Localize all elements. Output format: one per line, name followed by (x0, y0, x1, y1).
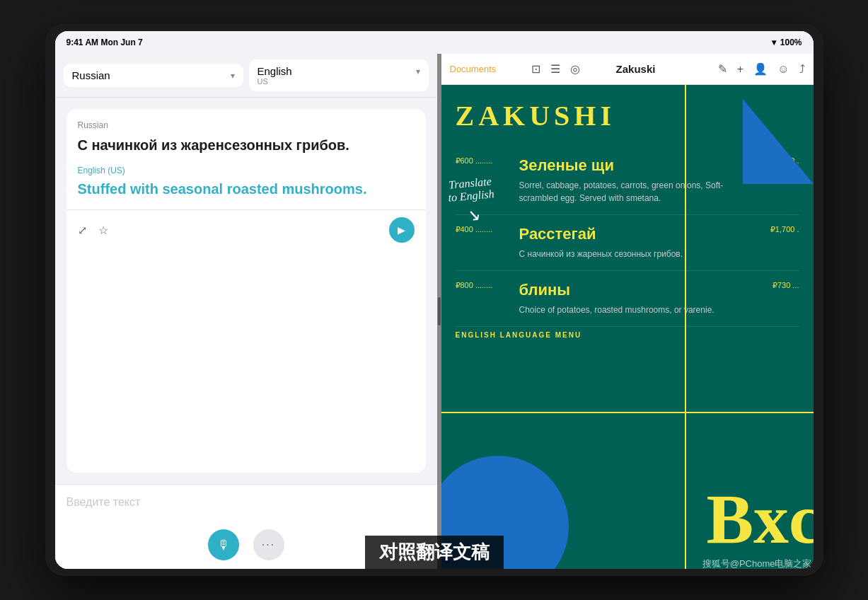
source-lang-label: Russian (72, 69, 110, 81)
list-icon[interactable]: ☰ (550, 62, 560, 76)
item-name-3: блины (519, 281, 757, 299)
documents-link[interactable]: Documents (450, 64, 497, 74)
add-icon[interactable]: + (737, 63, 743, 76)
document-panel: Documents ⊡ ☰ ◎ Zakuski ✎ + 👤 (441, 54, 814, 569)
star-icon[interactable]: ☆ (98, 224, 108, 237)
document-toolbar: Documents ⊡ ☰ ◎ Zakuski ✎ + 👤 (441, 54, 814, 85)
play-button[interactable]: ▶ (389, 217, 415, 243)
item-info-3: блины Choice of potatoes, roasted mushro… (519, 281, 757, 316)
watermark: 搜狐号@PChome电脑之家 (702, 558, 812, 570)
price-left-3: ₽800 ........ (456, 281, 519, 316)
status-bar: 9:41 AM Mon Jun 7 ▾ 100% (55, 31, 814, 54)
translation-area: Russian С начинкой из жаренсезонных гриб… (55, 98, 437, 484)
english-menu-label: ENGLISH LANGUAGE MENU (456, 331, 799, 339)
menu-item: ₽400 ........ Расстегай С начинкой из жа… (456, 215, 799, 271)
item-info-2: Расстегай С начинкой из жареных сезонных… (519, 225, 757, 260)
yellow-vertical-line (685, 85, 686, 569)
person-icon[interactable]: 👤 (753, 62, 768, 76)
source-chevron-icon: ▾ (231, 71, 235, 81)
play-icon: ▶ (398, 224, 405, 236)
translation-card-actions: ⤢ ☆ ▶ (66, 209, 426, 250)
source-lang-selector[interactable]: Russian ▾ (64, 64, 243, 87)
wifi-icon: ▾ (772, 38, 776, 47)
target-chevron-icon: ▾ (416, 67, 420, 76)
translate-annotation: Translate to English ↘ (446, 175, 497, 226)
menu-content: ZAKUSHI Translate to English ↘ ₽600 ....… (441, 85, 814, 569)
blue-triangle-decoration (743, 99, 814, 184)
price-right-3: ₽730 ... (757, 281, 799, 316)
translated-lang-label: English (US) (78, 166, 415, 175)
menu-item: ₽800 ........ блины Choice of potatoes, … (456, 271, 799, 327)
divider-handle (438, 297, 441, 325)
item-desc-1: Sorrel, cabbage, potatoes, carrots, gree… (519, 179, 757, 204)
source-lang-small-label: Russian (78, 120, 415, 130)
source-text: С начинкой из жаренсезонных грибов. (78, 136, 415, 154)
source-card-body: Russian С начинкой из жаренсезонных гриб… (66, 109, 426, 209)
yellow-horizontal-line (441, 412, 814, 413)
translator-panel: Russian ▾ English ▾ US (55, 54, 437, 569)
toolbar-icons: ⊡ ☰ ◎ (531, 62, 580, 76)
panel-divider[interactable] (437, 54, 441, 569)
emoji-icon[interactable]: ☺ (777, 63, 789, 76)
export-icon[interactable]: ⤴ (799, 63, 805, 76)
translator-header: Russian ▾ English ▾ US (55, 54, 437, 98)
toolbar-icons-right: ✎ + 👤 ☺ ⤴ (718, 62, 805, 76)
translated-text: Stuffed with seasonal roasted mushrooms. (78, 180, 415, 198)
pencil-icon[interactable]: ✎ (718, 62, 727, 76)
item-name-1: Зеленые щи (519, 156, 757, 175)
caption-text: 对照翻译文稿 (365, 536, 504, 569)
target-lang-region: US (257, 77, 268, 86)
target-lang-selector[interactable]: English ▾ US (249, 59, 429, 91)
item-info-1: Зеленые щи Sorrel, cabbage, potatoes, ca… (519, 156, 757, 204)
status-right: ▾ 100% (772, 38, 802, 47)
price-left-2: ₽400 ........ (456, 225, 519, 260)
input-placeholder: Введите текст (66, 496, 426, 509)
status-time: 9:41 AM Mon Jun 7 (66, 38, 143, 47)
item-name-2: Расстегай (519, 225, 757, 243)
item-desc-2: С начинкой из жареных сезонных грибов. (519, 248, 757, 260)
translation-card: Russian С начинкой из жаренсезонных гриб… (66, 109, 426, 473)
item-desc-3: Choice of potatoes, roasted mushrooms, o… (519, 304, 757, 316)
battery-text: 100% (780, 38, 802, 47)
sidebar-icon[interactable]: ⊡ (531, 62, 540, 76)
target-lang-label: English (257, 65, 292, 77)
price-right-2: ₽1,700 . (757, 225, 799, 260)
search-icon[interactable]: ◎ (570, 62, 580, 76)
document-title: Zakuski (616, 63, 656, 75)
expand-icon[interactable]: ⤢ (78, 224, 87, 237)
